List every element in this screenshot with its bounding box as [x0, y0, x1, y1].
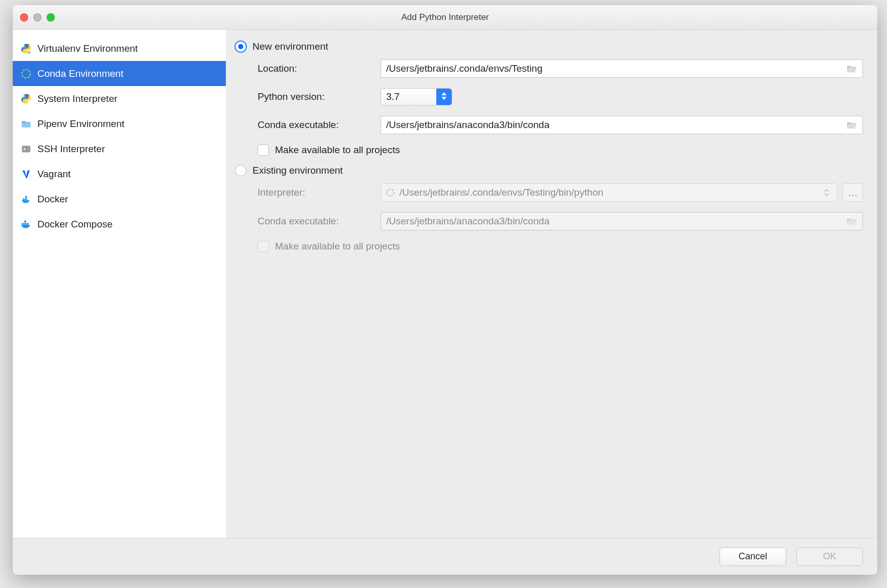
- folder-open-icon: [846, 217, 857, 226]
- vagrant-icon: [20, 168, 32, 180]
- dialog-title: Add Python Interpreter: [13, 12, 877, 23]
- add-interpreter-dialog: Add Python Interpreter v Virtualenv Envi…: [13, 5, 877, 575]
- location-input[interactable]: /Users/jetbrains/.conda/envs/Testing: [381, 59, 863, 78]
- interpreter-value: /Users/jetbrains/.conda/envs/Testing/bin…: [399, 187, 816, 198]
- svg-point-0: [24, 45, 25, 46]
- new-env-form: Location: /Users/jetbrains/.conda/envs/T…: [235, 59, 863, 165]
- python-version-value: 3.7: [386, 91, 399, 102]
- sidebar-item-system[interactable]: System Interpreter: [13, 86, 226, 111]
- terminal-icon: [20, 143, 32, 155]
- make-available-existing-checkbox: [258, 241, 269, 252]
- location-label: Location:: [258, 63, 375, 74]
- python-version-label: Python version:: [258, 91, 375, 102]
- sidebar-item-label: Docker: [37, 194, 68, 205]
- sidebar-item-label: Virtualenv Environment: [37, 43, 138, 54]
- conda-exec-existing-input: /Users/jetbrains/anaconda3/bin/conda: [381, 212, 863, 230]
- sidebar-item-label: Pipenv Environment: [37, 118, 124, 130]
- radio-existing-environment[interactable]: [235, 165, 246, 176]
- conda-exec-existing-value: /Users/jetbrains/anaconda3/bin/conda: [386, 216, 550, 227]
- interpreter-combo: /Users/jetbrains/.conda/envs/Testing/bin…: [381, 183, 837, 202]
- sidebar-item-docker-compose[interactable]: Docker Compose: [13, 212, 226, 237]
- dialog-body: v Virtualenv Environment Conda Environme…: [13, 30, 877, 538]
- ok-button: OK: [796, 548, 863, 566]
- python-icon: [20, 93, 32, 105]
- conda-exec-existing-label: Conda executable:: [258, 216, 375, 227]
- close-window-button[interactable]: [20, 13, 28, 22]
- chevron-updown-icon: [436, 89, 452, 105]
- svg-rect-10: [25, 196, 27, 198]
- conda-exec-existing-row: Conda executable: /Users/jetbrains/anaco…: [258, 212, 863, 230]
- svg-rect-12: [24, 223, 26, 225]
- sidebar-item-conda[interactable]: Conda Environment: [13, 61, 226, 86]
- radio-new-environment[interactable]: [235, 41, 246, 52]
- minimize-window-button[interactable]: [33, 13, 41, 22]
- browse-interpreter-button: …: [842, 183, 863, 202]
- svg-rect-9: [25, 198, 27, 200]
- sidebar-item-virtualenv[interactable]: v Virtualenv Environment: [13, 36, 226, 61]
- location-value: /Users/jetbrains/.conda/envs/Testing: [386, 63, 542, 74]
- sidebar-item-pipenv[interactable]: Pipenv Environment: [13, 111, 226, 136]
- interpreter-label: Interpreter:: [258, 187, 375, 198]
- python-version-row: Python version: 3.7: [258, 88, 863, 106]
- existing-environment-radio-row[interactable]: Existing environment: [235, 165, 863, 176]
- conda-exec-label: Conda executable:: [258, 119, 375, 131]
- titlebar: Add Python Interpreter: [13, 5, 877, 30]
- python-version-select[interactable]: 3.7: [381, 88, 452, 106]
- interpreter-row: Interpreter: /Users/jetbrains/.conda/env…: [258, 183, 863, 202]
- sidebar-item-label: Docker Compose: [37, 219, 113, 230]
- svg-point-3: [22, 69, 31, 78]
- make-available-new-checkbox[interactable]: [258, 144, 269, 156]
- conda-exec-row: Conda executable: /Users/jetbrains/anaco…: [258, 116, 863, 134]
- zoom-window-button[interactable]: [47, 13, 55, 22]
- interpreter-type-sidebar: v Virtualenv Environment Conda Environme…: [13, 30, 226, 538]
- main-panel: New environment Location: /Users/jetbrai…: [226, 30, 877, 538]
- conda-exec-input[interactable]: /Users/jetbrains/anaconda3/bin/conda: [381, 116, 863, 134]
- location-row: Location: /Users/jetbrains/.conda/envs/T…: [258, 59, 863, 78]
- sidebar-item-label: SSH Interpreter: [37, 143, 105, 155]
- svg-rect-11: [22, 223, 24, 225]
- make-available-existing-row: Make available to all projects: [258, 241, 863, 252]
- make-available-new-label: Make available to all projects: [275, 144, 400, 156]
- radio-label: Existing environment: [252, 165, 343, 176]
- conda-exec-value: /Users/jetbrains/anaconda3/bin/conda: [386, 119, 550, 131]
- python-icon: v: [20, 43, 32, 55]
- sidebar-item-ssh[interactable]: SSH Interpreter: [13, 136, 226, 161]
- svg-point-5: [27, 101, 28, 102]
- svg-rect-6: [22, 122, 31, 127]
- svg-rect-8: [23, 198, 25, 200]
- svg-point-4: [24, 95, 25, 96]
- sidebar-item-docker[interactable]: Docker: [13, 186, 226, 212]
- svg-rect-14: [24, 220, 26, 222]
- folder-open-icon[interactable]: [846, 64, 857, 73]
- conda-icon: [385, 187, 395, 198]
- sidebar-item-label: System Interpreter: [37, 93, 117, 104]
- cancel-button[interactable]: Cancel: [720, 548, 786, 566]
- window-controls: [20, 13, 55, 22]
- svg-point-15: [387, 189, 393, 196]
- docker-icon: [20, 193, 32, 205]
- sidebar-item-label: Conda Environment: [37, 68, 123, 79]
- make-available-existing-label: Make available to all projects: [275, 241, 400, 252]
- existing-env-form: Interpreter: /Users/jetbrains/.conda/env…: [235, 183, 863, 261]
- sidebar-item-vagrant[interactable]: Vagrant: [13, 161, 226, 186]
- chevron-updown-icon: [820, 188, 833, 197]
- make-available-new-row[interactable]: Make available to all projects: [258, 144, 863, 156]
- radio-label: New environment: [252, 41, 328, 52]
- sidebar-item-label: Vagrant: [37, 169, 71, 180]
- new-environment-radio-row[interactable]: New environment: [235, 41, 863, 52]
- dialog-footer: Cancel OK: [13, 538, 877, 575]
- svg-text:v: v: [28, 50, 31, 54]
- conda-icon: [20, 68, 32, 80]
- svg-rect-7: [22, 145, 31, 152]
- docker-compose-icon: [20, 218, 32, 230]
- svg-rect-13: [27, 223, 29, 225]
- folder-icon: [20, 118, 32, 130]
- folder-open-icon[interactable]: [846, 120, 857, 130]
